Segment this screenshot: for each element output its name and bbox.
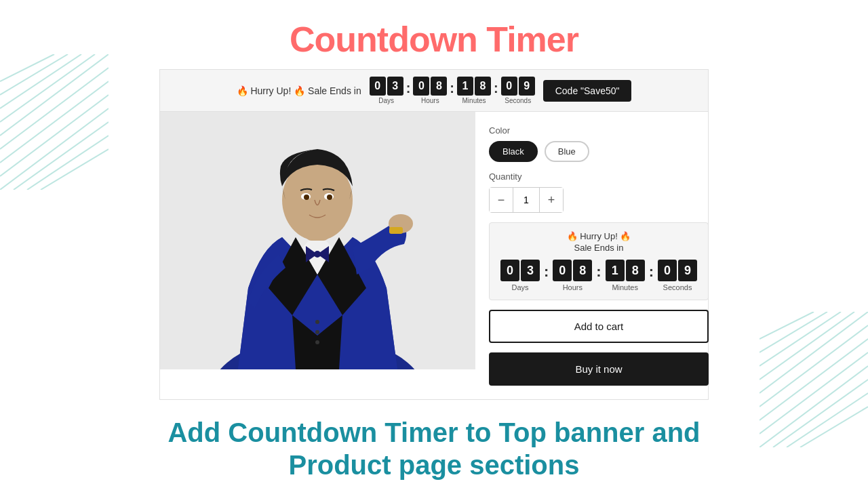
banner-minutes-label: Minutes [462, 97, 486, 104]
quantity-decrease-button[interactable]: − [490, 188, 513, 212]
product-colon2: : [596, 263, 601, 291]
product-colon3: : [649, 263, 654, 291]
color-options: Black Blue [489, 141, 709, 162]
svg-line-14 [760, 312, 841, 366]
banner-minutes-digit1: 1 [457, 77, 473, 96]
bottom-title: Add Countdown Timer to Top banner and Pr… [0, 400, 868, 481]
svg-line-16 [760, 312, 868, 393]
svg-line-8 [0, 108, 108, 190]
product-fire2: 🔥 [620, 231, 631, 241]
product-countdown: 🔥 Hurry Up! 🔥 Sale Ends in 0 3 Days : [489, 222, 709, 300]
product-hours-label: Hours [563, 283, 583, 291]
svg-point-26 [314, 251, 321, 258]
quantity-value: 1 [513, 188, 540, 212]
banner-colon1: : [406, 81, 411, 104]
product-hours-digit2: 8 [573, 260, 592, 281]
product-seconds-digit2: 9 [678, 260, 697, 281]
product-fire1: 🔥 [567, 231, 578, 241]
color-label: Color [489, 125, 709, 136]
bottom-title-line2: Product page sections [289, 450, 580, 480]
add-to-cart-button[interactable]: Add to cart [489, 310, 709, 343]
product-countdown-subtitle: Sale Ends in [500, 243, 697, 253]
product-timer-hours: 0 8 Hours [553, 260, 592, 291]
svg-line-11 [41, 149, 108, 190]
product-seconds-label: Seconds [663, 283, 692, 291]
product-timer-seconds: 0 9 Seconds [658, 260, 697, 291]
banner-timer-days: 0 3 Days [370, 77, 403, 104]
page-title: Countdown Timer [0, 0, 868, 69]
product-timer: 0 3 Days : 0 8 Hours : [500, 260, 697, 291]
banner-fire1: 🔥 [237, 85, 248, 96]
banner-timer-minutes: 1 8 Minutes [457, 77, 491, 104]
product-minutes-digit2: 8 [626, 260, 645, 281]
banner-hurry-text: 🔥 Hurry Up! 🔥 Sale Ends in [237, 85, 361, 96]
quantity-controls: − 1 + [489, 187, 564, 213]
svg-line-17 [760, 325, 868, 407]
product-countdown-title: 🔥 Hurry Up! 🔥 [500, 231, 697, 241]
product-area: Color Black Blue Quantity − 1 + 🔥 Hurry … [159, 112, 709, 400]
banner-hours-digit1: 0 [413, 77, 429, 96]
product-days-digit1: 0 [500, 260, 519, 281]
product-minutes-label: Minutes [612, 283, 638, 291]
svg-point-32 [327, 195, 332, 200]
banner-hours-digit2: 8 [431, 77, 447, 96]
svg-line-5 [0, 68, 108, 149]
product-details: Color Black Blue Quantity − 1 + 🔥 Hurry … [475, 112, 722, 399]
product-colon1: : [544, 263, 549, 291]
banner-minutes-digit2: 8 [475, 77, 491, 96]
banner-days-digit1: 0 [370, 77, 386, 96]
product-seconds-digit1: 0 [658, 260, 677, 281]
product-minutes-digit1: 1 [606, 260, 625, 281]
banner-seconds-digit2: 9 [519, 77, 535, 96]
svg-line-9 [14, 122, 108, 190]
color-option-black[interactable]: Black [489, 141, 538, 162]
banner-colon3: : [494, 81, 498, 104]
product-image-container [160, 112, 475, 369]
buy-now-button[interactable]: Buy it now [489, 352, 709, 386]
svg-line-6 [0, 81, 108, 163]
svg-point-31 [304, 195, 309, 200]
banner-seconds-digit1: 0 [501, 77, 517, 96]
banner-seconds-label: Seconds [505, 97, 531, 104]
svg-line-7 [0, 95, 108, 176]
svg-line-12 [760, 312, 814, 339]
svg-point-36 [315, 330, 319, 334]
product-days-label: Days [511, 283, 528, 291]
top-banner: 🔥 Hurry Up! 🔥 Sale Ends in 0 3 Days : 0 … [159, 69, 709, 112]
product-hurry-text: Hurry Up! [580, 231, 618, 241]
product-timer-days: 0 3 Days [500, 260, 540, 291]
banner-timer-seconds: 0 9 Seconds [501, 77, 535, 104]
banner-timer-hours: 0 8 Hours [413, 77, 447, 104]
product-days-digit2: 3 [521, 260, 540, 281]
banner-timer: 0 3 Days : 0 8 Hours : 1 8 Minutes : [370, 77, 535, 104]
banner-fire2: 🔥 [294, 85, 305, 96]
svg-line-13 [760, 312, 827, 352]
product-image [160, 112, 475, 369]
banner-sale-text: Sale Ends in [308, 85, 361, 96]
svg-line-15 [760, 312, 854, 380]
bottom-title-line1: Add Countdown Timer to Top banner and [167, 418, 700, 447]
banner-hurry-label: Hurry Up! [250, 85, 291, 96]
quantity-label: Quantity [489, 171, 709, 182]
promo-code-button[interactable]: Code "Save50" [543, 80, 632, 102]
banner-hours-label: Hours [421, 97, 439, 104]
svg-point-35 [315, 320, 319, 324]
decorative-lines-topleft [0, 54, 108, 190]
color-section: Color Black Blue [489, 125, 709, 162]
product-hours-digit1: 0 [553, 260, 572, 281]
color-option-blue[interactable]: Blue [545, 141, 589, 162]
quantity-section: Quantity − 1 + [489, 171, 709, 213]
svg-rect-34 [389, 227, 403, 234]
quantity-increase-button[interactable]: + [540, 188, 563, 212]
banner-colon2: : [450, 81, 454, 104]
banner-days-label: Days [378, 97, 394, 104]
svg-point-37 [315, 340, 319, 344]
svg-line-10 [27, 136, 108, 190]
product-timer-minutes: 1 8 Minutes [606, 260, 645, 291]
banner-days-digit2: 3 [387, 77, 403, 96]
